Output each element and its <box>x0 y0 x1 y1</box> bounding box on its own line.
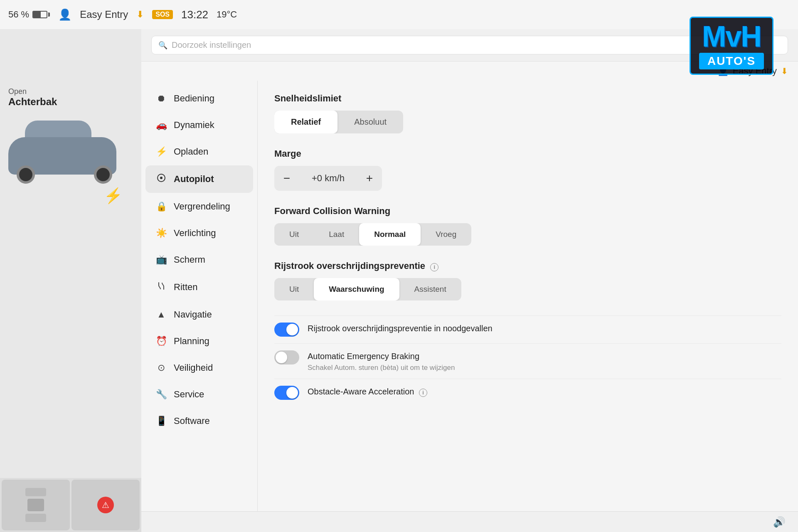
aeb-row: Automatic Emergency Braking Schakel Auto… <box>274 343 781 379</box>
time-display: 13:22 <box>181 8 208 21</box>
oaa-toggle[interactable] <box>274 386 299 400</box>
trunk-text: Achterbak <box>8 96 57 108</box>
content-area: ⏺ Bediening 🚗 Dynamiek ⚡ Opladen <box>141 81 798 511</box>
fcw-normaal-btn[interactable]: Normaal <box>359 223 421 246</box>
ritten-icon <box>155 281 167 293</box>
sidebar-item-verlichting[interactable]: ☀️ Verlichting <box>145 220 253 246</box>
bottom-thumbnails: ⚠ <box>0 478 141 532</box>
fcw-section: Forward Collision Warning Uit Laat Norma… <box>274 206 781 246</box>
aeb-toggle[interactable] <box>274 350 299 365</box>
car-wheel-front <box>94 165 112 184</box>
rijstrook-section: Rijstrook overschrijdingspreventie i Uit… <box>274 261 781 300</box>
veiligheid-icon: ⊙ <box>155 362 167 373</box>
opladen-label: Opladen <box>174 146 208 157</box>
snelheidslimiet-button-group: Relatief Absoluut <box>274 111 403 133</box>
battery-info: 56 % <box>8 9 50 20</box>
rijstrook-assistent-btn[interactable]: Assistent <box>399 278 461 300</box>
thumb-red[interactable]: ⚠ <box>97 497 114 513</box>
oaa-title: Obstacle-Aware Acceleration i <box>308 386 781 397</box>
service-icon: 🔧 <box>155 389 167 400</box>
marge-title: Marge <box>274 148 781 159</box>
rijstrook-noodgevallen-info: Rijstrook overschrijdingspreventie in no… <box>308 323 781 334</box>
fcw-title: Forward Collision Warning <box>274 206 781 217</box>
vergrendeling-icon: 🔒 <box>155 201 167 212</box>
dynamiek-icon: 🚗 <box>155 120 167 131</box>
planning-icon: ⏰ <box>155 336 167 347</box>
verlichting-label: Verlichting <box>174 228 216 239</box>
sidebar-item-planning[interactable]: ⏰ Planning <box>145 328 253 354</box>
sidebar-item-scherm[interactable]: 📺 Scherm <box>145 247 253 273</box>
bottom-bar: 🔊 <box>141 511 798 532</box>
profile-icon-status: 👤 <box>58 8 71 21</box>
navigatie-icon: ▲ <box>155 309 167 320</box>
lightning-icon: ⚡ <box>104 187 123 204</box>
autopilot-label: Autopilot <box>174 174 214 185</box>
snelheidslimiet-section: Snelheidslimiet Relatief Absoluut <box>274 93 781 133</box>
marge-plus-btn[interactable]: + <box>357 166 382 191</box>
thumb-item-1[interactable] <box>2 480 70 530</box>
sidebar-item-bediening[interactable]: ⏺ Bediening <box>145 86 253 111</box>
sidebar-item-veiligheid[interactable]: ⊙ Veiligheid <box>145 355 253 381</box>
sidebar-item-vergrendeling[interactable]: 🔒 Vergrendeling <box>145 194 253 219</box>
marge-section: Marge − +0 km/h + <box>274 148 781 191</box>
aeb-info: Automatic Emergency Braking Schakel Auto… <box>308 350 781 372</box>
rijstrook-waarschuwing-btn[interactable]: Waarschuwing <box>314 278 399 300</box>
sidebar-item-dynamiek[interactable]: 🚗 Dynamiek <box>145 112 253 138</box>
fcw-vroeg-btn[interactable]: Vroeg <box>421 223 471 246</box>
volume-icon[interactable]: 🔊 <box>773 516 786 528</box>
download-icon-status: ⬇ <box>136 9 144 20</box>
opladen-icon: ⚡ <box>155 146 167 157</box>
open-trunk-label: Open Achterbak <box>8 87 57 108</box>
planning-label: Planning <box>174 336 209 347</box>
rijstrook-noodgevallen-knob <box>286 324 298 335</box>
sidebar-nav: ⏺ Bediening 🚗 Dynamiek ⚡ Opladen <box>141 81 258 511</box>
fcw-uit-btn[interactable]: Uit <box>274 223 314 246</box>
veiligheid-label: Veiligheid <box>174 362 213 373</box>
snelheidslimiet-title: Snelheidslimiet <box>274 93 781 104</box>
dynamiek-label: Dynamiek <box>174 120 214 131</box>
battery-icon <box>32 11 50 18</box>
fcw-button-group: Uit Laat Normaal Vroeg <box>274 223 471 246</box>
search-icon: 🔍 <box>158 41 167 50</box>
rijstrook-info-icon[interactable]: i <box>430 263 438 271</box>
sidebar-item-autopilot[interactable]: Autopilot <box>145 165 253 193</box>
open-text: Open <box>8 87 57 96</box>
rijstrook-title: Rijstrook overschrijdingspreventie i <box>274 261 781 271</box>
software-icon: 📱 <box>155 416 167 426</box>
oaa-info-icon[interactable]: i <box>419 389 427 397</box>
marge-minus-btn[interactable]: − <box>274 166 299 191</box>
scherm-label: Scherm <box>174 254 205 265</box>
temperature-display: 19°C <box>217 9 237 20</box>
rijstrook-button-group: Uit Waarschuwing Assistent <box>274 278 461 300</box>
oaa-info: Obstacle-Aware Acceleration i <box>308 386 781 397</box>
ritten-label: Ritten <box>174 282 197 293</box>
scherm-icon: 📺 <box>155 254 167 265</box>
autopilot-icon <box>155 173 167 185</box>
aeb-title: Automatic Emergency Braking <box>308 350 781 362</box>
sidebar-item-service[interactable]: 🔧 Service <box>145 382 253 407</box>
sidebar-item-ritten[interactable]: Ritten <box>145 273 253 301</box>
car-wheel-rear <box>17 165 35 184</box>
snelheidslimiet-relatief-btn[interactable]: Relatief <box>274 111 337 133</box>
mvh-title: MvH <box>702 22 761 51</box>
sos-badge: SOS <box>152 10 173 19</box>
main-area: Open Achterbak ⚡ ⚠ <box>0 29 798 532</box>
oaa-knob <box>286 387 298 399</box>
aeb-knob <box>276 352 287 363</box>
fcw-laat-btn[interactable]: Laat <box>314 223 359 246</box>
settings-panel: 🔍 Doorzoek instellingen 👤 Easy Entry ⬇ ⏺… <box>141 29 798 532</box>
mvh-watermark: MvH AUTO'S <box>665 0 798 91</box>
settings-content: Snelheidslimiet Relatief Absoluut Marge … <box>258 81 798 511</box>
rijstrook-noodgevallen-title: Rijstrook overschrijdingspreventie in no… <box>308 323 781 334</box>
sidebar-item-opladen[interactable]: ⚡ Opladen <box>145 139 253 165</box>
mvh-box: MvH AUTO'S <box>690 17 773 75</box>
sidebar-item-software[interactable]: 📱 Software <box>145 408 253 434</box>
bediening-icon: ⏺ <box>155 93 167 104</box>
sidebar-item-navigatie[interactable]: ▲ Navigatie <box>145 302 253 328</box>
rijstrook-uit-btn[interactable]: Uit <box>274 278 314 300</box>
thumb-item-2[interactable]: ⚠ <box>71 480 140 530</box>
bediening-label: Bediening <box>174 93 214 104</box>
rijstrook-noodgevallen-toggle[interactable] <box>274 323 299 337</box>
snelheidslimiet-absoluut-btn[interactable]: Absoluut <box>337 111 403 133</box>
rijstrook-noodgevallen-row: Rijstrook overschrijdingspreventie in no… <box>274 315 781 343</box>
